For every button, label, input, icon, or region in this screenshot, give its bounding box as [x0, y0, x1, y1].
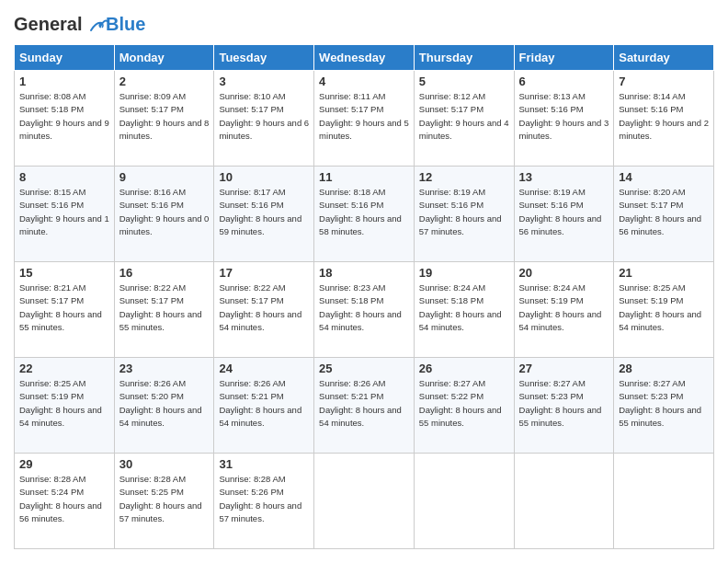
calendar-cell: 30Sunrise: 8:28 AMSunset: 5:25 PMDayligh… — [114, 454, 214, 549]
day-number: 10 — [219, 170, 309, 184]
calendar-cell: 22Sunrise: 8:25 AMSunset: 5:19 PMDayligh… — [15, 358, 115, 454]
day-info: Sunrise: 8:27 AMSunset: 5:23 PMDaylight:… — [619, 377, 709, 430]
logo: General Blue — [14, 14, 145, 35]
calendar-week-row: 8Sunrise: 8:15 AMSunset: 5:16 PMDaylight… — [15, 167, 714, 262]
calendar-cell: 11Sunrise: 8:18 AMSunset: 5:16 PMDayligh… — [314, 167, 415, 262]
day-number: 19 — [419, 266, 509, 280]
calendar-cell: 20Sunrise: 8:24 AMSunset: 5:19 PMDayligh… — [514, 262, 614, 358]
day-info: Sunrise: 8:21 AMSunset: 5:17 PMDaylight:… — [19, 282, 109, 334]
day-number: 4 — [319, 75, 409, 88]
day-info: Sunrise: 8:10 AMSunset: 5:17 PMDaylight:… — [219, 90, 309, 143]
calendar-cell: 25Sunrise: 8:26 AMSunset: 5:21 PMDayligh… — [314, 358, 415, 454]
calendar-cell: 14Sunrise: 8:20 AMSunset: 5:17 PMDayligh… — [614, 167, 714, 262]
day-info: Sunrise: 8:28 AMSunset: 5:24 PMDaylight:… — [19, 473, 109, 525]
calendar-cell — [614, 454, 714, 549]
day-number: 7 — [619, 75, 709, 88]
calendar-header-row: SundayMondayTuesdayWednesdayThursdayFrid… — [15, 45, 714, 71]
day-number: 15 — [19, 266, 109, 280]
calendar-cell: 28Sunrise: 8:27 AMSunset: 5:23 PMDayligh… — [614, 358, 714, 454]
calendar-week-row: 29Sunrise: 8:28 AMSunset: 5:24 PMDayligh… — [15, 454, 714, 549]
day-info: Sunrise: 8:18 AMSunset: 5:16 PMDaylight:… — [319, 186, 409, 238]
day-number: 5 — [419, 75, 509, 88]
day-number: 21 — [619, 266, 709, 280]
day-number: 17 — [219, 266, 309, 280]
calendar-cell: 1Sunrise: 8:08 AMSunset: 5:18 PMDaylight… — [15, 71, 115, 167]
day-info: Sunrise: 8:26 AMSunset: 5:20 PMDaylight:… — [119, 377, 210, 430]
calendar-cell: 23Sunrise: 8:26 AMSunset: 5:20 PMDayligh… — [114, 358, 214, 454]
day-info: Sunrise: 8:12 AMSunset: 5:17 PMDaylight:… — [419, 90, 509, 143]
day-info: Sunrise: 8:11 AMSunset: 5:17 PMDaylight:… — [319, 90, 409, 143]
calendar-cell: 24Sunrise: 8:26 AMSunset: 5:21 PMDayligh… — [214, 358, 314, 454]
calendar-cell: 17Sunrise: 8:22 AMSunset: 5:17 PMDayligh… — [214, 262, 314, 358]
day-number: 8 — [19, 170, 109, 184]
day-info: Sunrise: 8:23 AMSunset: 5:18 PMDaylight:… — [319, 282, 409, 334]
calendar-cell: 26Sunrise: 8:27 AMSunset: 5:22 PMDayligh… — [414, 358, 514, 454]
calendar-cell: 4Sunrise: 8:11 AMSunset: 5:17 PMDaylight… — [314, 71, 415, 167]
day-number: 13 — [519, 170, 609, 184]
day-number: 28 — [619, 362, 709, 375]
day-info: Sunrise: 8:16 AMSunset: 5:16 PMDaylight:… — [119, 186, 210, 238]
calendar-week-row: 1Sunrise: 8:08 AMSunset: 5:18 PMDaylight… — [15, 71, 714, 167]
header: General Blue — [14, 14, 714, 35]
day-number: 30 — [119, 457, 210, 471]
calendar-cell — [414, 454, 514, 549]
calendar-cell: 10Sunrise: 8:17 AMSunset: 5:16 PMDayligh… — [214, 167, 314, 262]
day-number: 29 — [19, 457, 109, 471]
calendar-cell: 6Sunrise: 8:13 AMSunset: 5:16 PMDaylight… — [514, 71, 614, 167]
calendar-week-row: 22Sunrise: 8:25 AMSunset: 5:19 PMDayligh… — [15, 358, 714, 454]
calendar-cell: 31Sunrise: 8:28 AMSunset: 5:26 PMDayligh… — [214, 454, 314, 549]
calendar-cell: 21Sunrise: 8:25 AMSunset: 5:19 PMDayligh… — [614, 262, 714, 358]
calendar-cell: 27Sunrise: 8:27 AMSunset: 5:23 PMDayligh… — [514, 358, 614, 454]
calendar-cell: 9Sunrise: 8:16 AMSunset: 5:16 PMDaylight… — [114, 167, 214, 262]
day-number: 14 — [619, 170, 709, 184]
calendar-cell: 13Sunrise: 8:19 AMSunset: 5:16 PMDayligh… — [514, 167, 614, 262]
calendar-cell: 18Sunrise: 8:23 AMSunset: 5:18 PMDayligh… — [314, 262, 415, 358]
calendar-header-saturday: Saturday — [614, 45, 714, 71]
calendar-header-friday: Friday — [514, 45, 614, 71]
calendar-header-monday: Monday — [114, 45, 214, 71]
day-info: Sunrise: 8:19 AMSunset: 5:16 PMDaylight:… — [419, 186, 509, 238]
calendar-header-wednesday: Wednesday — [314, 45, 415, 71]
day-number: 16 — [119, 266, 210, 280]
day-number: 27 — [519, 362, 609, 375]
day-number: 26 — [419, 362, 509, 375]
day-info: Sunrise: 8:25 AMSunset: 5:19 PMDaylight:… — [19, 377, 109, 430]
day-number: 11 — [319, 170, 409, 184]
calendar-week-row: 15Sunrise: 8:21 AMSunset: 5:17 PMDayligh… — [15, 262, 714, 358]
day-info: Sunrise: 8:22 AMSunset: 5:17 PMDaylight:… — [119, 282, 210, 334]
day-number: 31 — [219, 457, 309, 471]
calendar-cell: 7Sunrise: 8:14 AMSunset: 5:16 PMDaylight… — [614, 71, 714, 167]
calendar-header-tuesday: Tuesday — [214, 45, 314, 71]
day-info: Sunrise: 8:09 AMSunset: 5:17 PMDaylight:… — [119, 90, 210, 143]
day-number: 6 — [519, 75, 609, 88]
day-info: Sunrise: 8:28 AMSunset: 5:26 PMDaylight:… — [219, 473, 309, 525]
day-number: 25 — [319, 362, 409, 375]
day-info: Sunrise: 8:20 AMSunset: 5:17 PMDaylight:… — [619, 186, 709, 238]
day-number: 3 — [219, 75, 309, 88]
day-info: Sunrise: 8:22 AMSunset: 5:17 PMDaylight:… — [219, 282, 309, 334]
day-number: 1 — [19, 75, 109, 88]
calendar-cell: 15Sunrise: 8:21 AMSunset: 5:17 PMDayligh… — [15, 262, 115, 358]
day-number: 9 — [119, 170, 210, 184]
calendar-cell: 5Sunrise: 8:12 AMSunset: 5:17 PMDaylight… — [414, 71, 514, 167]
day-info: Sunrise: 8:27 AMSunset: 5:23 PMDaylight:… — [519, 377, 609, 430]
day-number: 20 — [519, 266, 609, 280]
logo-text-general: General — [14, 14, 82, 34]
day-info: Sunrise: 8:14 AMSunset: 5:16 PMDaylight:… — [619, 90, 709, 143]
calendar-header-sunday: Sunday — [15, 45, 115, 71]
calendar-cell: 19Sunrise: 8:24 AMSunset: 5:18 PMDayligh… — [414, 262, 514, 358]
day-info: Sunrise: 8:28 AMSunset: 5:25 PMDaylight:… — [119, 473, 210, 525]
day-number: 22 — [19, 362, 109, 375]
day-info: Sunrise: 8:08 AMSunset: 5:18 PMDaylight:… — [19, 90, 109, 143]
day-info: Sunrise: 8:26 AMSunset: 5:21 PMDaylight:… — [219, 377, 309, 430]
day-number: 18 — [319, 266, 409, 280]
day-info: Sunrise: 8:25 AMSunset: 5:19 PMDaylight:… — [619, 282, 709, 334]
day-number: 12 — [419, 170, 509, 184]
calendar-cell: 3Sunrise: 8:10 AMSunset: 5:17 PMDaylight… — [214, 71, 314, 167]
day-number: 2 — [119, 75, 210, 88]
day-info: Sunrise: 8:17 AMSunset: 5:16 PMDaylight:… — [219, 186, 309, 238]
day-info: Sunrise: 8:26 AMSunset: 5:21 PMDaylight:… — [319, 377, 409, 430]
page: General Blue SundayMondayTuesdayWednesda… — [0, 0, 728, 563]
day-info: Sunrise: 8:15 AMSunset: 5:16 PMDaylight:… — [19, 186, 109, 238]
day-info: Sunrise: 8:24 AMSunset: 5:19 PMDaylight:… — [519, 282, 609, 334]
